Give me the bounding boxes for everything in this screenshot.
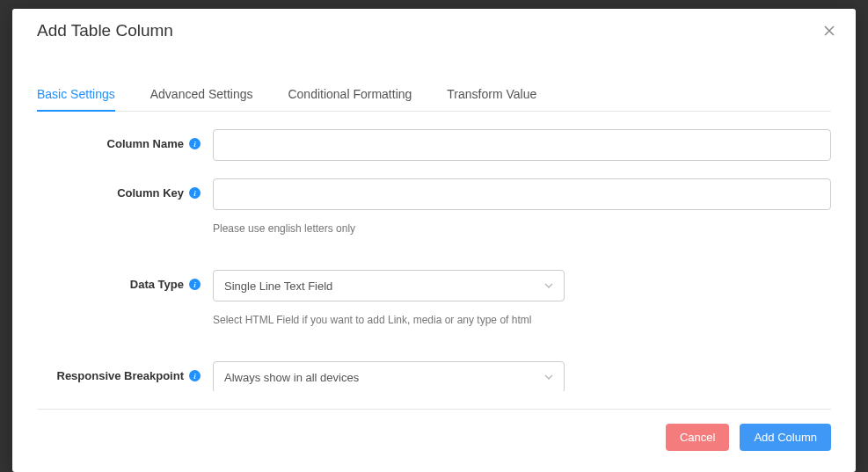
- data-type-select[interactable]: Single Line Text Field: [213, 270, 565, 301]
- chevron-down-icon: [544, 371, 553, 384]
- close-button[interactable]: [821, 22, 838, 40]
- row-data-type: Data Type i Single Line Text Field Selec…: [37, 270, 831, 326]
- info-icon[interactable]: i: [189, 370, 201, 381]
- responsive-breakpoint-value: Always show in all devices: [224, 371, 359, 384]
- add-table-column-modal: Add Table Column Basic Settings Advanced…: [12, 9, 856, 472]
- control-data-type: Single Line Text Field Select HTML Field…: [213, 270, 831, 326]
- cancel-button[interactable]: Cancel: [666, 424, 729, 451]
- label-responsive-breakpoint: Responsive Breakpoint i: [37, 361, 213, 382]
- label-column-name-text: Column Name: [107, 137, 184, 150]
- modal-footer: Cancel Add Column: [37, 409, 831, 472]
- modal-title: Add Table Column: [37, 21, 173, 40]
- label-data-type: Data Type i: [37, 270, 213, 291]
- control-column-key: Please use english letters only: [213, 178, 831, 235]
- info-icon[interactable]: i: [189, 138, 201, 149]
- help-data-type: Select HTML Field if you want to add Lin…: [213, 314, 831, 326]
- help-column-key: Please use english letters only: [213, 222, 831, 235]
- column-key-input[interactable]: [213, 178, 831, 210]
- add-column-button[interactable]: Add Column: [740, 424, 831, 451]
- control-responsive-breakpoint: Always show in all devices: [213, 361, 831, 391]
- row-responsive-breakpoint: Responsive Breakpoint i Always show in a…: [37, 361, 831, 391]
- tab-advanced-settings[interactable]: Advanced Settings: [150, 78, 253, 112]
- info-icon[interactable]: i: [189, 187, 201, 199]
- responsive-breakpoint-select[interactable]: Always show in all devices: [213, 361, 565, 391]
- tab-basic-settings[interactable]: Basic Settings: [37, 78, 115, 112]
- tab-conditional-formatting[interactable]: Conditional Formatting: [288, 78, 412, 112]
- row-column-key: Column Key i Please use english letters …: [37, 178, 831, 235]
- label-data-type-text: Data Type: [130, 278, 184, 291]
- info-icon[interactable]: i: [189, 279, 201, 290]
- close-icon: [824, 25, 835, 36]
- chevron-down-icon: [544, 280, 553, 293]
- tabs: Basic Settings Advanced Settings Conditi…: [37, 77, 831, 112]
- tab-transform-value[interactable]: Transform Value: [447, 78, 536, 112]
- label-column-name: Column Name i: [37, 129, 213, 150]
- row-column-name: Column Name i: [37, 129, 831, 161]
- column-name-input[interactable]: [213, 129, 831, 161]
- label-responsive-breakpoint-text: Responsive Breakpoint: [57, 369, 185, 382]
- label-column-key-text: Column Key: [117, 186, 184, 200]
- label-column-key: Column Key i: [37, 178, 213, 200]
- modal-header: Add Table Column: [12, 9, 856, 53]
- control-column-name: [213, 129, 831, 161]
- modal-body: Basic Settings Advanced Settings Conditi…: [12, 53, 856, 391]
- data-type-value: Single Line Text Field: [224, 280, 332, 293]
